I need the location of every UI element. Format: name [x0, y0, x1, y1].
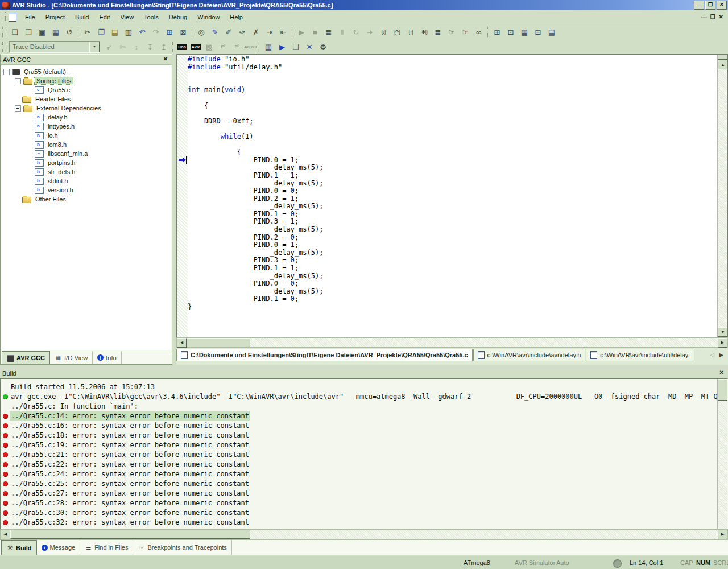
outdent-icon[interactable]: ⇤	[276, 26, 290, 38]
tree-expander-icon[interactable]	[15, 78, 21, 84]
memory-window-icon[interactable]: ⊡	[504, 26, 518, 38]
scroll-up-icon[interactable]: ▲	[718, 60, 728, 69]
build-hscroll-thumb[interactable]	[10, 530, 250, 539]
build-output[interactable]: Build started 11.5.2006 at 15:07:13avr-g…	[0, 378, 728, 529]
toggle-breakpoint-icon[interactable]: ☞	[445, 26, 458, 38]
tree-item-io-h[interactable]: io.h	[3, 131, 171, 140]
output-tab-breakpoints-and-tracepoints[interactable]: Breakpoints and Tracepoints	[133, 540, 231, 555]
menu-debug[interactable]: Debug	[164, 12, 192, 22]
remove-breakpoints-icon[interactable]: ☞	[458, 26, 472, 38]
watch-list-icon[interactable]: ≣	[431, 26, 445, 38]
tree-item-libscanf-min-a[interactable]: libscanf_min.a	[3, 149, 171, 158]
next-bookmark-icon[interactable]: ✑	[235, 26, 249, 38]
copy-icon[interactable]: ❐	[94, 26, 108, 38]
watch-window-icon[interactable]: ⊞	[490, 26, 504, 38]
stop-icon[interactable]: ■	[308, 26, 322, 38]
indent-icon[interactable]: ⇥	[263, 26, 276, 38]
editor-horizontal-scrollbar[interactable]: ◀ ▶	[176, 337, 728, 348]
cut-icon[interactable]: ✂	[81, 26, 94, 38]
eeprom-read-icon[interactable]: E²	[216, 40, 230, 53]
build-line[interactable]: ../Qra55.c:24: error: syntax error befor…	[1, 469, 717, 479]
reset-icon[interactable]: ↻	[349, 26, 363, 38]
menu-window[interactable]: Window	[192, 12, 225, 22]
scroll-left-icon[interactable]: ◀	[177, 338, 187, 348]
output-tab-message[interactable]: Message	[37, 540, 81, 555]
menu-help[interactable]: Help	[225, 12, 248, 22]
tabs-scroll-left-icon[interactable]: ◁	[710, 352, 715, 358]
build-line[interactable]: ../Qra55.c:19: error: syntax error befor…	[1, 440, 717, 450]
tree-item-other-files[interactable]: Other Files	[3, 195, 171, 204]
close-icon[interactable]: ✕	[162, 56, 169, 63]
menubar-grip[interactable]	[2, 12, 6, 22]
save-all-icon[interactable]: ▦	[49, 26, 63, 38]
build-line[interactable]: avr-gcc.exe -I"C:\WinAVR\lib\gcc\avr\3.4…	[1, 392, 717, 402]
save-file-icon[interactable]: ▣	[35, 26, 49, 38]
undo-icon[interactable]: ↶	[135, 26, 149, 38]
tree-expander-icon[interactable]	[15, 105, 21, 112]
vertical-splitter[interactable]	[172, 54, 176, 365]
editor-frame[interactable]: #include "io.h"#include "util/delay.h" i…	[176, 54, 728, 337]
trace-status-dropdown[interactable]: Trace Disabled ▼	[9, 41, 100, 53]
tree-item-source-files[interactable]: Source Files	[3, 76, 171, 85]
build-and-run-icon[interactable]: ▶	[275, 40, 289, 53]
open-file-icon[interactable]: ❒	[22, 26, 35, 38]
project-options-icon[interactable]: ⚙	[316, 40, 330, 53]
editor-vertical-scrollbar[interactable]: ▲ ▼	[717, 55, 727, 337]
tree-expander-icon[interactable]	[3, 69, 10, 75]
trace-step-icon[interactable]: ↕	[130, 40, 143, 53]
trace-up-icon[interactable]: ↥	[157, 40, 171, 53]
build-line[interactable]: ../Qra55.c:30: error: syntax error befor…	[1, 508, 717, 518]
menu-file[interactable]: File	[20, 12, 40, 22]
run-to-cursor-icon[interactable]: ➜	[363, 26, 377, 38]
scroll-left-icon[interactable]: ◀	[1, 530, 10, 539]
autostep-icon[interactable]: ✱{}	[417, 26, 431, 38]
menu-tools[interactable]: Tools	[139, 12, 164, 22]
trace-clear-icon[interactable]: ✄	[116, 40, 130, 53]
build-line[interactable]: Build started 11.5.2006 at 15:07:13	[1, 382, 717, 392]
build-line[interactable]: make: *** [Qra55.o] Error 1	[1, 527, 717, 529]
step-into-icon[interactable]: {↓}	[377, 26, 390, 38]
print-icon[interactable]: ▥	[122, 26, 135, 38]
scroll-right-icon[interactable]: ▶	[718, 338, 727, 348]
compile-file-icon[interactable]: ≣	[322, 26, 336, 38]
tree-item-qra55-c[interactable]: Qra55.c	[3, 85, 171, 94]
pause-icon[interactable]: ‖	[336, 26, 349, 38]
close-button[interactable]: ✕	[717, 1, 727, 10]
editor-split-handle[interactable]	[718, 55, 728, 60]
output-tab-find-in-files[interactable]: Find in Files	[80, 540, 133, 555]
scroll-right-icon[interactable]: ▶	[718, 530, 727, 539]
step-over-icon[interactable]: {↷}	[390, 26, 404, 38]
build-line[interactable]: ../Qra55.c:25: error: syntax error befor…	[1, 479, 717, 489]
clean-icon[interactable]: ✕	[303, 40, 316, 53]
export-makefile-icon[interactable]: ❒	[289, 40, 303, 53]
side-tab-info[interactable]: Info	[93, 351, 121, 364]
build-horizontal-scrollbar[interactable]: ◀ ▶	[0, 529, 728, 539]
step-out-icon[interactable]: {↑}	[404, 26, 417, 38]
restore-button[interactable]: ❐	[705, 1, 715, 10]
tree-item-iom8-h[interactable]: iom8.h	[3, 140, 171, 149]
tree-item-delay-h[interactable]: delay.h	[3, 113, 171, 122]
build-vscroll-thumb[interactable]	[718, 379, 728, 401]
close-icon[interactable]: ✕	[718, 369, 726, 377]
side-tab-avr-gcc[interactable]: AVR GCC	[2, 351, 50, 364]
menu-build[interactable]: Build	[70, 12, 94, 22]
menu-project[interactable]: Project	[40, 12, 70, 22]
code-editor[interactable]: #include "io.h"#include "util/delay.h" i…	[188, 56, 717, 337]
toggle-bookmark-icon[interactable]: ✐	[222, 26, 235, 38]
trace-down-icon[interactable]: ↧	[143, 40, 157, 53]
build-line[interactable]: ../Qra55.c:28: error: syntax error befor…	[1, 498, 717, 508]
trace-jump-icon[interactable]: ➶	[102, 40, 116, 53]
build-line[interactable]: ../Qra55.c:21: error: syntax error befor…	[1, 450, 717, 460]
quickwatch-icon[interactable]: ∞	[472, 26, 486, 38]
chip-icon[interactable]: ▩	[202, 40, 216, 53]
toolbar2-grip[interactable]	[2, 42, 6, 52]
avr-badge-icon[interactable]: AVR	[189, 40, 202, 53]
tree-item-stdint-h[interactable]: stdint.h	[3, 176, 171, 185]
tabs-scroll-right-icon[interactable]: ▶	[719, 352, 723, 358]
build-line[interactable]: ../Qra55.c:22: error: syntax error befor…	[1, 460, 717, 469]
paste-icon[interactable]: ▤	[108, 26, 122, 38]
tree-item-external-dependencies[interactable]: External Dependencies	[3, 104, 171, 113]
toolbar1-grip[interactable]	[2, 27, 6, 37]
hscroll-thumb[interactable]	[187, 338, 250, 347]
tree-item-sfr-defs-h[interactable]: sfr_defs.h	[3, 167, 171, 176]
